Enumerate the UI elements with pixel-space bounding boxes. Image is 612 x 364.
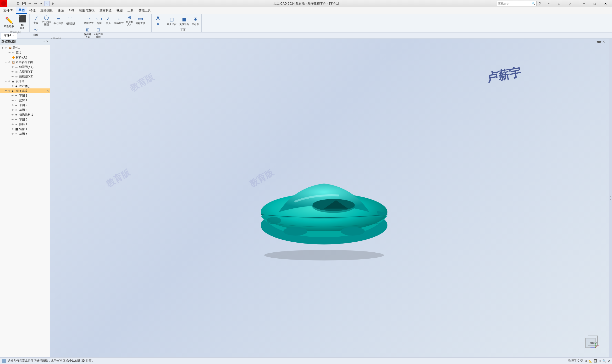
tree-arrow-7[interactable]: ▼	[5, 80, 8, 83]
align-keep-btn[interactable]: ⊞ 保持对 齐集	[83, 27, 92, 39]
menu-item-7[interactable]: 增材制造	[97, 7, 114, 14]
tree-item-18[interactable]: 👁✏草图 6	[0, 131, 50, 136]
tree-item-0[interactable]: ▼👁📦零件1	[0, 45, 50, 50]
tree-visibility-17[interactable]: 👁	[12, 128, 15, 130]
tree-item-8[interactable]: 👁◉设计体_1	[0, 84, 50, 89]
tree-item-9[interactable]: ▼👁▶顺序建模✎	[0, 89, 50, 93]
menu-item-2[interactable]: 特征	[27, 7, 38, 14]
menu-item-4[interactable]: 曲面	[55, 7, 66, 14]
viewport[interactable]: 教育版 教育版 教育版 教育版 ◀ ▶ ✕ 卢薪宇	[50, 39, 612, 357]
tab-close-icon[interactable]: ✕	[12, 34, 14, 37]
circle-btn[interactable]: ◯ 中心和点 画圆	[41, 14, 52, 26]
select-tool[interactable]: ↖	[44, 1, 50, 6]
tree-visibility-8[interactable]: 👁	[12, 85, 15, 88]
settings-icon[interactable]: ⚙	[607, 359, 610, 363]
sub-maximize-btn[interactable]: □	[554, 0, 565, 7]
tree-item-2[interactable]: 🔶材料 (无)	[0, 55, 50, 60]
undo-btn[interactable]: ↩	[27, 1, 32, 6]
toolbar-more[interactable]: ▼	[39, 1, 44, 6]
nav-prev[interactable]: ◀	[596, 40, 599, 43]
coord-sys-btn[interactable]: ⊞ 坐标系	[191, 16, 200, 26]
arc-btn[interactable]: ⌒ 相切圆弧	[65, 15, 76, 25]
tree-visibility-1[interactable]: 👁	[8, 51, 12, 54]
zoom-icon[interactable]: 🔍	[602, 359, 606, 363]
save-btn[interactable]: 💾	[21, 1, 27, 6]
tree-visibility-18[interactable]: 👁	[12, 133, 15, 135]
tree-visibility-16[interactable]: 👁	[12, 123, 15, 126]
sidebar-collapse-btn[interactable]: －	[43, 40, 46, 44]
tree-item-11[interactable]: 👁↻旋转 1	[0, 98, 50, 103]
sidebar-close-btn[interactable]: ✕	[46, 40, 49, 44]
tree-item-4[interactable]: 👁▭俯视图(XY)	[0, 65, 50, 69]
angle-coord-btn[interactable]: ⊕ 角坐标 尺寸	[125, 14, 134, 26]
tree-visibility-3[interactable]: 👁	[8, 61, 12, 64]
angle-btn[interactable]: ∠ 夹角	[104, 16, 113, 25]
search-input[interactable]	[497, 2, 531, 5]
tree-item-17[interactable]: 👁⬛镜像 1	[0, 127, 50, 131]
tree-item-14[interactable]: 👁⟳扫描除料 1	[0, 112, 50, 117]
menu-item-6[interactable]: 测量与查找	[77, 7, 97, 14]
tree-visibility-9[interactable]: 👁	[8, 90, 12, 92]
menu-item-9[interactable]: 工具	[125, 7, 136, 14]
tree-item-15[interactable]: 👁✏草图 5	[0, 117, 50, 122]
tree-visibility-13[interactable]: 👁	[12, 109, 15, 111]
menu-item-1[interactable]: 草图	[16, 7, 27, 14]
tree-item-5[interactable]: 👁▭右视图(YZ)	[0, 69, 50, 74]
tree-item-3[interactable]: ▼👁📋基本参考平面	[0, 60, 50, 65]
menu-item-5[interactable]: PMI	[66, 7, 77, 14]
tree-visibility-6[interactable]: 👁	[12, 75, 15, 78]
view-icon-3[interactable]: 🔲	[594, 359, 597, 363]
coord-dim-btn[interactable]: ↕ 坐标尺寸	[113, 16, 125, 25]
nav-close[interactable]: ✕	[602, 40, 605, 43]
tree-item-10[interactable]: 👁✏草图 1	[0, 93, 50, 98]
tree-arrow-0[interactable]: ▼	[1, 47, 4, 49]
spacing-btn[interactable]: ⟷ 间距	[95, 16, 104, 25]
tree-visibility-7[interactable]: 👁	[8, 80, 12, 83]
more-planes-btn[interactable]: ◼ 更多平面	[178, 16, 190, 26]
redo-btn[interactable]: ↪	[33, 1, 38, 6]
minimize-btn[interactable]: －	[579, 0, 589, 7]
right-scrollbar[interactable]: ⋮	[609, 39, 612, 357]
search-box[interactable]: 🔍	[497, 1, 537, 6]
maximize-btn[interactable]: □	[589, 0, 600, 7]
align-remove-btn[interactable]: ⊟ 从对齐集 移除	[93, 27, 104, 39]
tab-part1[interactable]: 零件1 ✕	[1, 33, 17, 39]
tree-arrow-9[interactable]: ▼	[5, 90, 8, 92]
help-btn[interactable]: ?	[538, 2, 542, 5]
menu-item-8[interactable]: 视图	[114, 7, 125, 14]
tree-visibility-11[interactable]: 👁	[12, 99, 15, 102]
nav-next[interactable]: ▶	[599, 40, 602, 43]
menu-item-10[interactable]: 智能工具	[136, 7, 153, 14]
tree-item-7[interactable]: ▼👁◉设计体	[0, 79, 50, 84]
spline-btn[interactable]: 〜 曲线	[32, 27, 40, 37]
tree-visibility-12[interactable]: 👁	[12, 104, 15, 107]
line-btn[interactable]: ╱ 直线	[32, 16, 40, 25]
menu-item-3[interactable]: 直接编辑	[38, 7, 55, 14]
sketch-draw-btn[interactable]: ✏️ 草图绘制	[2, 14, 16, 30]
tree-item-12[interactable]: 👁✏草图 2	[0, 103, 50, 107]
grid-icon[interactable]: ⊞	[599, 359, 601, 363]
view-icon-2[interactable]: 📐	[588, 359, 592, 363]
3d-sketch-btn[interactable]: ⬛ 3D 草图	[17, 14, 28, 30]
sub-minimize-btn[interactable]: －	[543, 0, 554, 7]
sym-dia-btn[interactable]: ⟺ 对称直径	[135, 16, 146, 25]
sub-close-btn[interactable]: ✕	[565, 0, 575, 7]
coincident-plane-btn[interactable]: ◻ 重合平面	[166, 16, 177, 26]
view-icon-1[interactable]: 🖥	[584, 359, 587, 363]
new-btn[interactable]: 🗋	[15, 1, 21, 6]
close-btn[interactable]: ✕	[600, 0, 611, 7]
tree-visibility-5[interactable]: 👁	[12, 70, 15, 73]
tree-item-1[interactable]: 👁✦原点	[0, 50, 50, 55]
search-button[interactable]: 🔍	[531, 2, 536, 5]
tree-visibility-14[interactable]: 👁	[12, 114, 15, 116]
tree-visibility-15[interactable]: 👁	[12, 118, 15, 121]
tree-visibility-0[interactable]: 👁	[5, 47, 8, 49]
tree-item-13[interactable]: 👁✏草图 3	[0, 107, 50, 112]
rect-btn[interactable]: ▭ 中心矩形	[53, 16, 64, 25]
smart-dim-btn[interactable]: ↔ 智能尺寸	[83, 16, 94, 25]
tree-arrow-3[interactable]: ▼	[5, 61, 8, 64]
tree-item-6[interactable]: 👁▭前视图(XZ)	[0, 74, 50, 79]
tree-visibility-4[interactable]: 👁	[12, 66, 15, 68]
menu-item-0[interactable]: 文件(F)	[1, 7, 16, 14]
move-tool[interactable]: ⊕	[50, 1, 55, 6]
